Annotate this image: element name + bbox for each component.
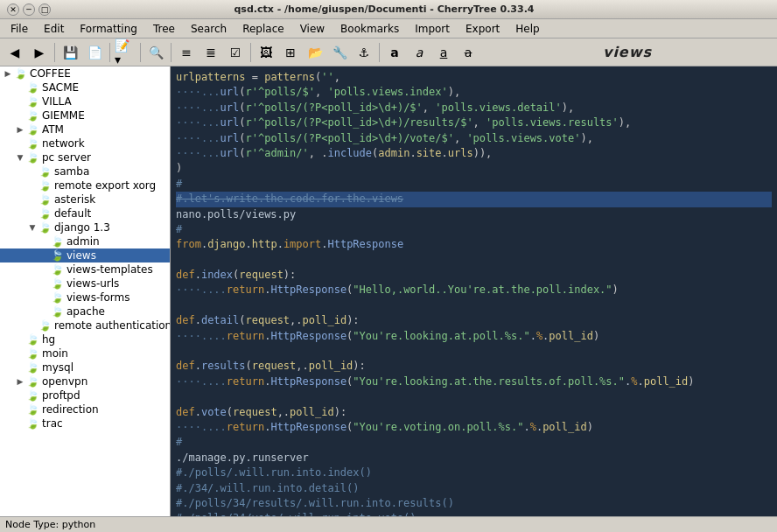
mysql-label: mysql <box>42 361 74 374</box>
node-title: views <box>481 44 774 60</box>
toggle-coffee[interactable]: ▶ <box>2 67 14 80</box>
window-controls[interactable]: ✕ ─ □ <box>7 4 51 16</box>
toggle-pc-server[interactable]: ▼ <box>14 151 26 164</box>
sidebar-item-coffee[interactable]: ▶ 🍃 COFFEE <box>0 66 170 80</box>
toggle-views-urls <box>38 277 51 290</box>
code-line-19 <box>176 344 772 359</box>
menubar-item-search[interactable]: Search <box>184 21 234 37</box>
sidebar-item-network[interactable]: 🍃 network <box>0 136 170 150</box>
menubar: FileEditFormattingTreeSearchReplaceViewB… <box>0 19 777 38</box>
toolbar-file-btn[interactable]: 📂 <box>304 41 326 64</box>
toolbar-export-button[interactable]: 📄 <box>83 41 106 64</box>
toolbar-image-btn[interactable]: 🖼 <box>255 41 277 64</box>
villa-icon: 🍃 <box>26 95 39 108</box>
toggle-proftpd <box>14 389 26 402</box>
sidebar-item-atm[interactable]: ▶ 🍃 ATM <box>0 122 170 136</box>
menubar-item-file[interactable]: File <box>4 21 35 37</box>
apache-icon: 🍃 <box>51 305 64 318</box>
sidebar-item-proftpd[interactable]: 🍃 proftpd <box>0 388 170 402</box>
sidebar-item-remote-auth[interactable]: 🍃 remote authentication <box>0 318 170 332</box>
sidebar-item-views-urls[interactable]: 🍃 views-urls <box>0 276 170 290</box>
code-line-11: # <box>176 222 772 237</box>
admin-label: admin <box>66 235 100 248</box>
sidebar-item-admin[interactable]: 🍃 admin <box>0 234 170 248</box>
toolbar-special-btn[interactable]: 🔧 <box>328 41 351 64</box>
toggle-villa <box>14 95 26 108</box>
sidebar-item-villa[interactable]: 🍃 VILLA <box>0 94 170 108</box>
menubar-item-bookmarks[interactable]: Bookmarks <box>333 21 406 37</box>
sidebar-item-hg[interactable]: 🍃 hg <box>0 332 170 346</box>
toolbar-forward-button[interactable]: ▶ <box>28 41 51 64</box>
pc-server-label: pc server <box>42 151 91 164</box>
sidebar-item-samba[interactable]: 🍃 samba <box>0 164 170 178</box>
toggle-remote-export <box>26 179 38 192</box>
sidebar-item-views-forms[interactable]: 🍃 views-forms <box>0 290 170 304</box>
toggle-giemme <box>14 109 26 122</box>
close-button[interactable]: ✕ <box>7 4 19 16</box>
sidebar-item-trac[interactable]: 🍃 trac <box>0 416 170 430</box>
proftpd-label: proftpd <box>42 389 80 402</box>
sidebar-item-pc-server[interactable]: ▼ 🍃 pc server <box>0 150 170 164</box>
toolbar-underline-btn[interactable]: a <box>432 41 455 64</box>
sidebar-item-moin[interactable]: 🍃 moin <box>0 346 170 360</box>
sidebar-tree[interactable]: ▶ 🍃 COFFEE 🍃 SACME 🍃 VILLA 🍃 GIEMME ▶ 🍃 … <box>0 66 171 516</box>
sidebar-item-mysql[interactable]: 🍃 mysql <box>0 360 170 374</box>
toolbar-italic-btn[interactable]: a <box>408 41 430 64</box>
menubar-item-replace[interactable]: Replace <box>235 21 290 37</box>
villa-label: VILLA <box>42 95 72 108</box>
toggle-samba <box>26 165 38 178</box>
sidebar-item-openvpn[interactable]: ▶ 🍃 openvpn <box>0 374 170 388</box>
toolbar-save-button[interactable]: 💾 <box>59 41 81 64</box>
sidebar-item-django[interactable]: ▼ 🍃 django 1.3 <box>0 220 170 234</box>
maximize-button[interactable]: □ <box>38 4 51 16</box>
toolbar-bold-btn[interactable]: a <box>383 41 406 64</box>
toolbar-list-ordered[interactable]: ≣ <box>200 41 222 64</box>
sidebar-item-apache[interactable]: 🍃 apache <box>0 304 170 318</box>
code-editor[interactable]: urlpatterns = patterns('', ····...url(r'… <box>171 66 777 516</box>
code-line-28: #./34/.will.run.into.detail() <box>176 481 772 496</box>
sidebar-item-redirection[interactable]: 🍃 redirection <box>0 402 170 416</box>
code-line-13 <box>176 253 772 268</box>
sidebar-item-giemme[interactable]: 🍃 GIEMME <box>0 108 170 122</box>
sidebar-item-asterisk[interactable]: 🍃 asterisk <box>0 192 170 206</box>
menubar-item-edit[interactable]: Edit <box>37 21 71 37</box>
toggle-atm[interactable]: ▶ <box>14 123 26 136</box>
minimize-button[interactable]: ─ <box>23 4 35 16</box>
menubar-item-view[interactable]: View <box>293 21 332 37</box>
toolbar-list-todo[interactable]: ☑ <box>224 41 247 64</box>
menubar-item-export[interactable]: Export <box>458 21 507 37</box>
toolbar-anchor-btn[interactable]: ⚓ <box>353 41 375 64</box>
sidebar-item-views[interactable]: 🍃 views <box>0 248 170 262</box>
toggle-openvpn[interactable]: ▶ <box>14 375 26 388</box>
toolbar-separator-2 <box>109 43 110 62</box>
code-line-27: #./polls/.will.run.into.index() <box>176 466 772 480</box>
toggle-django[interactable]: ▼ <box>26 221 38 234</box>
code-line-8: # <box>176 177 772 192</box>
toggle-default <box>26 207 38 220</box>
sidebar-item-default[interactable]: 🍃 default <box>0 206 170 220</box>
hg-label: hg <box>42 333 55 346</box>
toolbar-search-button[interactable]: 🔍 <box>144 41 167 64</box>
moin-label: moin <box>42 347 68 360</box>
menubar-item-formatting[interactable]: Formatting <box>73 21 144 37</box>
coffee-icon: 🍃 <box>14 67 27 80</box>
toolbar-separator-4 <box>171 43 172 62</box>
menubar-item-tree[interactable]: Tree <box>146 21 182 37</box>
sidebar-item-remote-export[interactable]: 🍃 remote export xorg <box>0 178 170 192</box>
sidebar-item-sacme[interactable]: 🍃 SACME <box>0 80 170 94</box>
asterisk-icon: 🍃 <box>38 193 52 206</box>
toolbar-table-btn[interactable]: ⊞ <box>279 41 302 64</box>
toolbar-back-button[interactable]: ◀ <box>4 41 26 64</box>
code-line-25: # <box>176 435 772 450</box>
toolbar-strike-btn[interactable]: a <box>457 41 480 64</box>
menubar-item-import[interactable]: Import <box>408 21 457 37</box>
code-line-3: ····...url(r'^polls/(?P<poll_id>\d+)/$',… <box>176 101 772 116</box>
toolbar-node-dropdown[interactable]: 📝▾ <box>114 41 136 64</box>
code-line-5: ····...url(r'^polls/(?P<poll_id>\d+)/vot… <box>176 131 772 146</box>
menubar-item-help[interactable]: Help <box>508 21 546 37</box>
code-line-15: ····....return.HttpResponse("Hello,.worl… <box>176 283 772 298</box>
toolbar-list-bullet[interactable]: ≡ <box>175 41 198 64</box>
toggle-moin <box>14 347 26 360</box>
sidebar-item-views-templates[interactable]: 🍃 views-templates <box>0 262 170 276</box>
views-templates-icon: 🍃 <box>51 263 64 276</box>
